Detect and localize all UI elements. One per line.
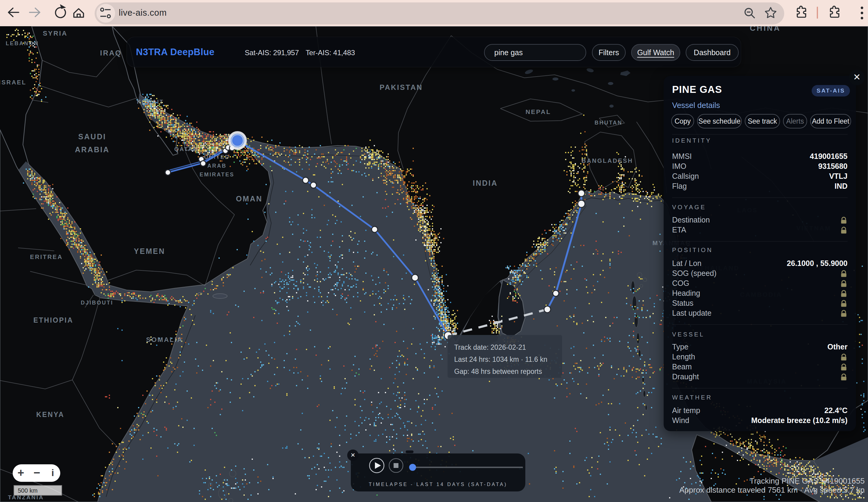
svg-text:ARABIA: ARABIA <box>75 145 110 154</box>
svg-text:NEPAL: NEPAL <box>526 108 551 115</box>
svg-text:ETHIOPIA: ETHIOPIA <box>33 316 74 324</box>
svg-text:KENYA: KENYA <box>36 411 64 419</box>
svg-text:BHUTAN: BHUTAN <box>595 120 623 126</box>
svg-text:ERITREA: ERITREA <box>30 254 63 260</box>
svg-text:DJIBOUTI: DJIBOUTI <box>81 300 113 306</box>
svg-text:KUWAIT: KUWAIT <box>137 99 164 105</box>
svg-text:SAUDI: SAUDI <box>79 132 106 141</box>
svg-text:YEMEN: YEMEN <box>134 247 165 255</box>
svg-text:PAKISTAN: PAKISTAN <box>380 83 423 91</box>
svg-text:EMIRATES: EMIRATES <box>199 172 235 177</box>
svg-text:ARAB: ARAB <box>207 163 227 169</box>
svg-text:ISRAEL: ISRAEL <box>0 79 27 86</box>
svg-text:OMAN: OMAN <box>236 194 262 203</box>
svg-text:SYRIA: SYRIA <box>43 30 68 37</box>
svg-text:QATAR: QATAR <box>174 146 198 152</box>
svg-text:SOMALIA: SOMALIA <box>146 336 183 344</box>
svg-text:IRAQ: IRAQ <box>100 49 122 57</box>
svg-text:CHINA: CHINA <box>750 26 781 33</box>
svg-text:LEBANON: LEBANON <box>6 40 39 47</box>
svg-text:BANGLADESH: BANGLADESH <box>581 157 633 164</box>
svg-text:INDIA: INDIA <box>473 179 498 187</box>
